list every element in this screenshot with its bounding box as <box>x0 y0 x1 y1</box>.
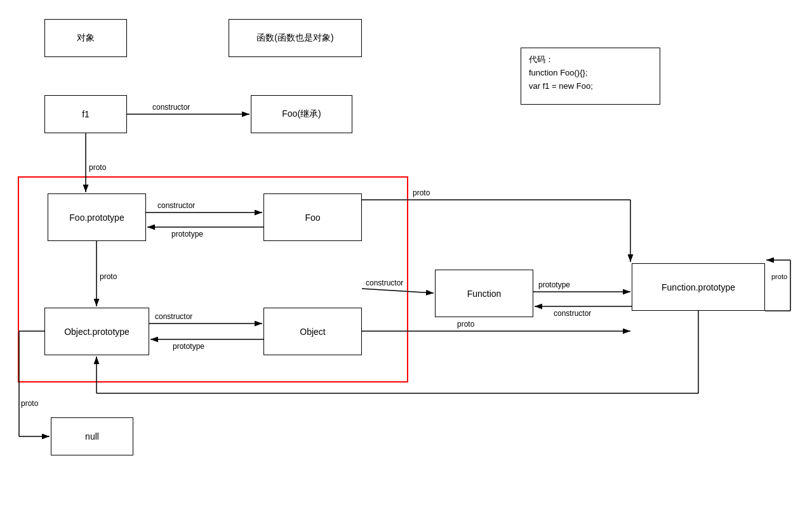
hanshu-box: 函数(函数也是对象) <box>229 19 362 57</box>
function-prototype-box: Function.prototype <box>632 263 765 311</box>
object-box: Object <box>263 308 362 355</box>
label-prototype-func-fp: prototype <box>538 280 570 289</box>
label-proto-foo-funcproto: proto <box>413 188 430 197</box>
object-label: Object <box>300 327 325 337</box>
label-constructor-fp-foo: constructor <box>157 201 195 210</box>
object-prototype-box: Object.prototype <box>44 308 149 355</box>
function-prototype-label: Function.prototype <box>662 282 735 292</box>
label-proto-op-null: proto <box>21 399 39 408</box>
f1-label: f1 <box>82 109 90 119</box>
label-proto-fp-func-proto-top: proto <box>771 273 787 280</box>
foo-prototype-label: Foo.prototype <box>69 213 124 223</box>
object-prototype-label: Object.prototype <box>64 327 130 337</box>
foo-inherit-label: Foo(继承) <box>282 108 321 120</box>
label-constructor-f1-foo: constructor <box>152 103 190 112</box>
label-constructor-op-obj: constructor <box>155 312 192 321</box>
f1-box: f1 <box>44 95 127 133</box>
hanshu-label: 函数(函数也是对象) <box>256 32 333 44</box>
foo-box: Foo <box>263 193 362 241</box>
function-label: Function <box>467 289 502 299</box>
code-box: 代码：function Foo(){};var f1 = new Foo; <box>521 48 660 105</box>
label-proto-obj-fp: proto <box>457 320 475 329</box>
duixiang-label: 对象 <box>77 32 95 44</box>
label-prototype-foo-fp: prototype <box>171 230 203 239</box>
null-box: null <box>51 417 133 455</box>
svg-line-9 <box>362 289 434 293</box>
label-proto-fp-op: proto <box>100 272 117 281</box>
label-constructor-foo-func: constructor <box>366 278 403 287</box>
code-label: 代码：function Foo(){};var f1 = new Foo; <box>529 55 593 91</box>
label-constructor-fp-func: constructor <box>554 309 591 318</box>
diagram-container: 对象 函数(函数也是对象) f1 Foo(继承) Foo.prototype F… <box>0 0 812 510</box>
label-prototype-obj-op: prototype <box>173 342 204 351</box>
duixiang-box: 对象 <box>44 19 127 57</box>
function-box: Function <box>435 270 533 317</box>
null-label: null <box>85 431 99 441</box>
foo-inherit-box: Foo(继承) <box>251 95 352 133</box>
foo-prototype-box: Foo.prototype <box>48 193 146 241</box>
label-proto-f1: proto <box>89 163 107 172</box>
foo-label: Foo <box>305 213 320 223</box>
